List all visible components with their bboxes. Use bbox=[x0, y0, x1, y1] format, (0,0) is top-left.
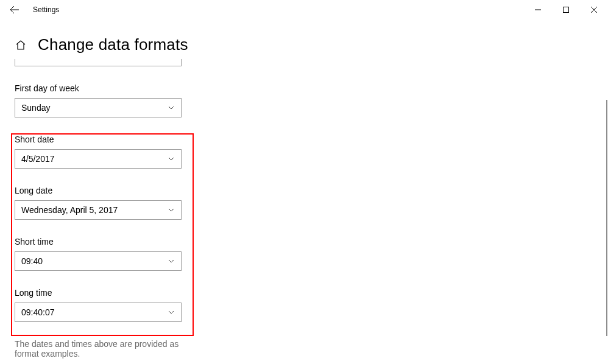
window-controls bbox=[524, 0, 608, 19]
scrollbar[interactable] bbox=[606, 100, 607, 336]
chevron-down-icon bbox=[168, 206, 175, 214]
footnote-group: The dates and times above are provided a… bbox=[15, 339, 195, 359]
short-date-value: 4/5/2017 bbox=[21, 154, 55, 164]
short-date-group: Short date 4/5/2017 bbox=[15, 135, 195, 169]
page-title: Change data formats bbox=[38, 35, 188, 54]
titlebar: Settings bbox=[0, 0, 608, 19]
short-time-group: Short time 09:40 bbox=[15, 237, 195, 271]
minimize-icon bbox=[535, 7, 541, 13]
short-time-value: 09:40 bbox=[21, 256, 43, 266]
first-day-value: Sunday bbox=[21, 103, 50, 113]
long-date-dropdown[interactable]: Wednesday, April 5, 2017 bbox=[15, 200, 182, 220]
long-time-group: Long time 09:40:07 bbox=[15, 288, 195, 322]
short-time-label: Short time bbox=[15, 237, 195, 247]
long-date-value: Wednesday, April 5, 2017 bbox=[21, 205, 118, 215]
first-day-label: First day of week bbox=[15, 83, 195, 93]
chevron-down-icon bbox=[168, 155, 175, 163]
maximize-button[interactable] bbox=[552, 0, 580, 19]
calendar-dropdown-truncated[interactable] bbox=[15, 59, 182, 66]
titlebar-left: Settings bbox=[0, 0, 59, 19]
chevron-down-icon bbox=[168, 257, 175, 265]
arrow-left-icon bbox=[10, 5, 19, 15]
long-time-dropdown[interactable]: 09:40:07 bbox=[15, 303, 182, 322]
home-icon bbox=[15, 40, 26, 51]
page-header: Change data formats bbox=[0, 35, 608, 54]
chevron-down-icon bbox=[168, 309, 175, 316]
svg-rect-0 bbox=[564, 7, 569, 13]
first-day-dropdown[interactable]: Sunday bbox=[15, 98, 182, 117]
long-time-value: 09:40:07 bbox=[21, 307, 55, 317]
long-time-label: Long time bbox=[15, 288, 195, 298]
long-date-group: Long date Wednesday, April 5, 2017 bbox=[15, 186, 195, 220]
home-button[interactable] bbox=[15, 39, 27, 51]
chevron-down-icon bbox=[168, 104, 175, 111]
first-day-group: First day of week Sunday bbox=[15, 83, 195, 117]
content-area: First day of week Sunday Short date 4/5/… bbox=[0, 54, 195, 359]
short-date-dropdown[interactable]: 4/5/2017 bbox=[15, 149, 182, 169]
close-button[interactable] bbox=[580, 0, 608, 19]
short-time-dropdown[interactable]: 09:40 bbox=[15, 251, 182, 271]
maximize-icon bbox=[563, 7, 569, 13]
long-date-label: Long date bbox=[15, 186, 195, 195]
short-date-label: Short date bbox=[15, 135, 195, 144]
app-title: Settings bbox=[33, 5, 59, 14]
close-icon bbox=[591, 7, 597, 13]
back-button[interactable] bbox=[0, 0, 29, 19]
minimize-button[interactable] bbox=[524, 0, 552, 19]
footnote-text: The dates and times above are provided a… bbox=[15, 339, 195, 359]
